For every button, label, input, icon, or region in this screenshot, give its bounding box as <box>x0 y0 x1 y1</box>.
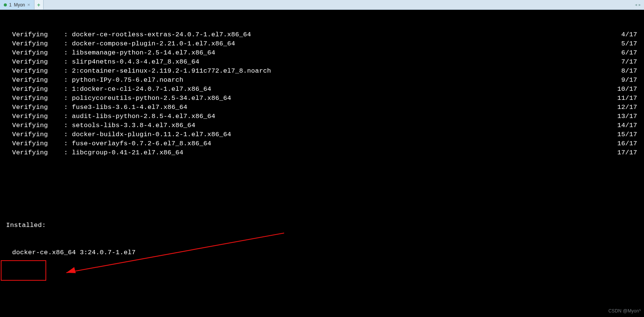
svg-marker-1 <box>66 267 76 273</box>
status-dot-icon <box>4 3 7 6</box>
verify-text: Verifying : 2:container-selinux-2.119.2-… <box>3 67 271 76</box>
blank-line <box>3 185 641 194</box>
verify-line: Verifying : setools-libs-3.3.8-4.el7.x86… <box>3 121 641 130</box>
tab-index: 1 <box>9 2 12 8</box>
verify-line: Verifying : fuse3-libs-3.6.1-4.el7.x86_6… <box>3 103 641 112</box>
verify-text: Verifying : fuse3-libs-3.6.1-4.el7.x86_6… <box>3 103 188 112</box>
verify-progress: 15/17 <box>617 130 641 139</box>
verify-text: Verifying : libcgroup-0.41-21.el7.x86_64 <box>3 148 183 157</box>
verify-line: Verifying : docker-buildx-plugin-0.11.2-… <box>3 130 641 139</box>
verify-text: Verifying : libsemanage-python-2.5-14.el… <box>3 48 215 57</box>
verify-text: Verifying : docker-ce-rootless-extras-24… <box>3 30 251 39</box>
terminal-output[interactable]: Verifying : docker-ce-rootless-extras-24… <box>0 10 644 317</box>
plus-icon: + <box>37 2 40 8</box>
verify-progress: 14/17 <box>617 121 641 130</box>
installed-header: Installed: <box>3 221 641 230</box>
verify-text: Verifying : policycoreutils-python-2.5-3… <box>3 94 231 103</box>
verify-progress: 12/17 <box>617 103 641 112</box>
verify-text: Verifying : docker-buildx-plugin-0.11.2-… <box>3 130 231 139</box>
verify-line: Verifying : 1:docker-ce-cli-24.0.7-1.el7… <box>3 85 641 94</box>
verify-progress: 9/17 <box>621 76 641 85</box>
tab-nav: ◂ ▸ <box>632 0 644 9</box>
verify-progress: 11/17 <box>617 94 641 103</box>
verify-progress: 17/17 <box>617 148 641 157</box>
blank-line <box>3 284 641 294</box>
verify-line: Verifying : fuse-overlayfs-0.7.2-6.el7_8… <box>3 139 641 148</box>
verify-text: Verifying : python-IPy-0.75-6.el7.noarch <box>3 76 183 85</box>
verify-progress: 4/17 <box>621 30 641 39</box>
tab-session[interactable]: 1 Myon × <box>0 0 34 9</box>
verify-progress: 10/17 <box>617 85 641 94</box>
verify-text: Verifying : fuse-overlayfs-0.7.2-6.el7_8… <box>3 139 211 148</box>
nav-left-icon[interactable]: ◂ <box>635 2 637 7</box>
verify-text: Verifying : setools-libs-3.3.8-4.el7.x86… <box>3 121 195 130</box>
tab-bar: 1 Myon × + ◂ ▸ <box>0 0 644 10</box>
verify-progress: 7/17 <box>621 57 641 67</box>
verify-line: Verifying : python-IPy-0.75-6.el7.noarch… <box>3 76 641 85</box>
verify-text: Verifying : 1:docker-ce-cli-24.0.7-1.el7… <box>3 85 211 94</box>
new-tab-button[interactable]: + <box>34 0 44 9</box>
verify-block: Verifying : docker-ce-rootless-extras-24… <box>3 30 641 157</box>
verify-progress: 6/17 <box>621 48 641 57</box>
verify-progress: 13/17 <box>617 112 641 121</box>
verify-progress: 8/17 <box>621 67 641 76</box>
watermark: CSDN @Myon⁵ <box>608 306 641 315</box>
verify-progress: 16/17 <box>617 139 641 148</box>
verify-line: Verifying : audit-libs-python-2.8.5-4.el… <box>3 112 641 121</box>
verify-line: Verifying : docker-ce-rootless-extras-24… <box>3 30 641 39</box>
verify-line: Verifying : 2:container-selinux-2.119.2-… <box>3 67 641 76</box>
verify-line: Verifying : libsemanage-python-2.5-14.el… <box>3 48 641 57</box>
verify-progress: 5/17 <box>621 39 641 48</box>
nav-right-icon[interactable]: ▸ <box>639 2 641 7</box>
verify-line: Verifying : libcgroup-0.41-21.el7.x86_64… <box>3 148 641 157</box>
annotation-box <box>1 260 46 281</box>
verify-text: Verifying : slirp4netns-0.4.3-4.el7_8.x8… <box>3 57 199 67</box>
verify-text: Verifying : audit-libs-python-2.8.5-4.el… <box>3 112 215 121</box>
close-icon[interactable]: × <box>27 2 30 7</box>
verify-line: Verifying : slirp4netns-0.4.3-4.el7_8.x8… <box>3 57 641 67</box>
tab-title: Myon <box>14 2 25 8</box>
verify-text: Verifying : docker-compose-plugin-2.21.0… <box>3 39 235 48</box>
verify-line: Verifying : docker-compose-plugin-2.21.0… <box>3 39 641 48</box>
installed-line: docker-ce.x86_64 3:24.0.7-1.el7 <box>3 248 641 257</box>
verify-line: Verifying : policycoreutils-python-2.5-3… <box>3 94 641 103</box>
